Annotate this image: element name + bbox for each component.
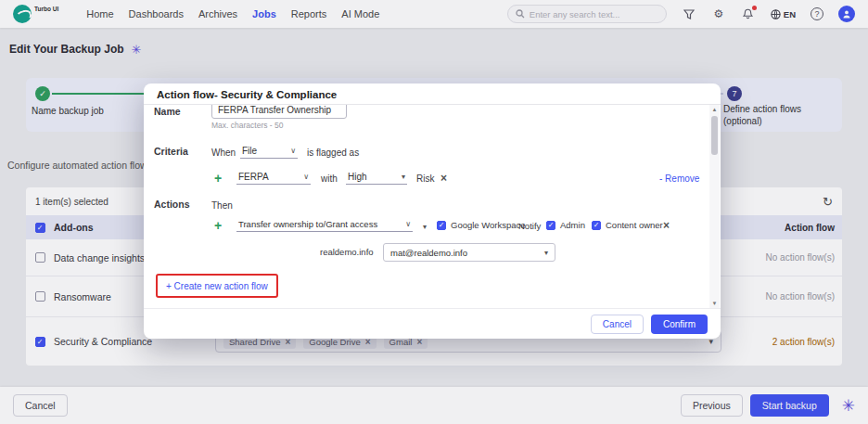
actions-label: Actions bbox=[154, 199, 190, 210]
domain-text: realdemo.info bbox=[320, 247, 374, 257]
remove-criteria-icon[interactable]: × bbox=[440, 173, 447, 184]
flow-name-input[interactable]: FERPA Transfer Ownership bbox=[211, 105, 347, 119]
email-select[interactable]: mat@realdemo.info ▾ bbox=[383, 243, 555, 262]
remove-flow-link[interactable]: - Remove bbox=[659, 173, 699, 184]
chevron-down-icon: ∨ bbox=[290, 147, 296, 155]
flag-select[interactable]: FERPA ∨ bbox=[236, 172, 311, 185]
checkbox-label: Content owner bbox=[606, 220, 663, 230]
modal-confirm-button[interactable]: Confirm bbox=[651, 315, 708, 334]
checkbox-icon: ✓ bbox=[546, 221, 555, 230]
caret-down-icon[interactable]: ▾ bbox=[423, 223, 427, 231]
admin-checkbox[interactable]: ✓ Admin bbox=[546, 220, 585, 230]
chevron-down-icon: ▾ bbox=[544, 249, 548, 257]
name-label: Name bbox=[154, 106, 181, 117]
severity-value: High bbox=[348, 172, 367, 182]
modal-cancel-button[interactable]: Cancel bbox=[591, 315, 644, 334]
checkbox-label: Google Workspace bbox=[451, 220, 526, 230]
notify-text: Notify bbox=[518, 221, 541, 231]
scroll-up-icon[interactable]: ▲ bbox=[712, 105, 718, 114]
email-value: mat@realdemo.info bbox=[390, 248, 467, 258]
add-criteria-icon[interactable]: + bbox=[214, 172, 222, 185]
with-text: with bbox=[321, 173, 338, 184]
checkbox-icon: ✓ bbox=[437, 221, 446, 230]
chevron-down-icon: ∨ bbox=[303, 173, 309, 181]
checkbox-label: Admin bbox=[560, 220, 585, 230]
chevron-down-icon: ▾ bbox=[402, 173, 405, 181]
criteria-label: Criteria bbox=[154, 146, 188, 157]
then-text: Then bbox=[211, 200, 233, 211]
action-value: Transfer ownership to/Grant access bbox=[238, 219, 377, 229]
severity-select[interactable]: High ▾ bbox=[346, 172, 407, 185]
subject-value: File bbox=[242, 146, 257, 156]
modal-footer: Cancel Confirm bbox=[144, 308, 721, 339]
flagged-as-text: is flagged as bbox=[307, 148, 359, 158]
action-flow-modal: Action flow- Security & Compliance Name … bbox=[144, 84, 721, 339]
flag-value: FERPA bbox=[238, 172, 269, 182]
content-owner-checkbox[interactable]: ✓ Content owner bbox=[592, 220, 663, 230]
subject-select[interactable]: File ∨ bbox=[240, 146, 298, 159]
chevron-down-icon: ∨ bbox=[405, 220, 411, 228]
scrollbar-thumb[interactable] bbox=[711, 116, 718, 155]
modal-title: Action flow- Security & Compliance bbox=[144, 84, 721, 105]
add-action-icon[interactable]: + bbox=[214, 219, 222, 232]
google-workspace-checkbox[interactable]: ✓ Google Workspace bbox=[437, 220, 526, 230]
scroll-down-icon[interactable]: ▼ bbox=[712, 299, 718, 308]
name-hint: Max. characters - 50 bbox=[211, 121, 283, 130]
modal-scrollbar[interactable]: ▲ ▼ bbox=[709, 105, 720, 308]
when-text: When bbox=[211, 148, 236, 158]
checkbox-icon: ✓ bbox=[592, 221, 601, 230]
create-action-flow-link[interactable]: + Create new action flow bbox=[166, 281, 268, 291]
action-select[interactable]: Transfer ownership to/Grant access ∨ bbox=[236, 219, 413, 232]
remove-action-icon[interactable]: × bbox=[663, 220, 670, 231]
modal-body: Name FERPA Transfer Ownership Max. chara… bbox=[144, 105, 721, 308]
risk-text: Risk bbox=[416, 173, 434, 184]
highlight-annotation: + Create new action flow bbox=[156, 274, 278, 298]
